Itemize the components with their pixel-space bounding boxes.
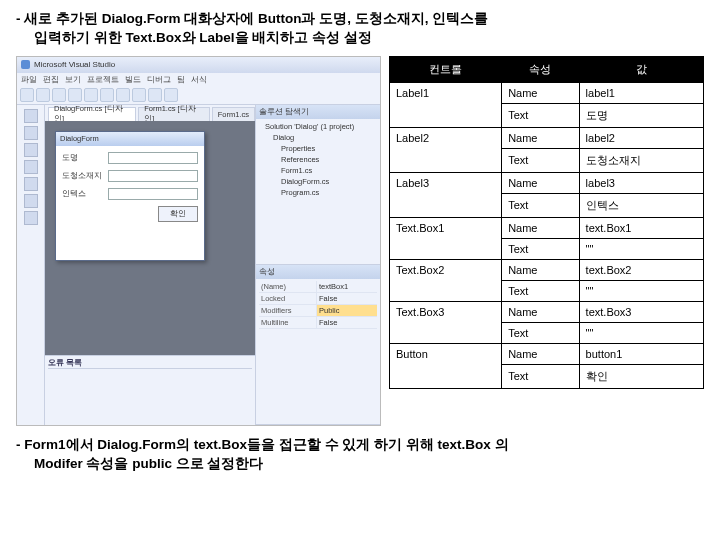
property-grid-row[interactable]: MultilineFalse bbox=[259, 317, 377, 329]
toolbar-button[interactable] bbox=[164, 88, 178, 102]
instruction-text: - 새로 추가된 Dialog.Form 대화상자에 Button과 도명, 도… bbox=[16, 10, 704, 48]
tree-project[interactable]: Dialog bbox=[259, 132, 377, 143]
tab-form1-design[interactable]: Form1.cs [디자인] bbox=[138, 107, 210, 121]
col-control: 컨트롤 bbox=[390, 56, 502, 82]
cell-property: Name bbox=[502, 343, 579, 364]
menu-file[interactable]: 파일 bbox=[21, 74, 37, 85]
tab-form1-code[interactable]: Form1.cs bbox=[212, 107, 255, 121]
menu-build[interactable]: 빌드 bbox=[125, 74, 141, 85]
cell-value: label2 bbox=[579, 127, 703, 148]
table-row: Label1Namelabel1 bbox=[390, 82, 704, 103]
tree-references[interactable]: References bbox=[259, 154, 377, 165]
cell-value: 도명 bbox=[579, 103, 703, 127]
bottom-line2: Modifer 속성을 public 으로 설정한다 bbox=[34, 456, 264, 471]
toolbar-button[interactable] bbox=[36, 88, 50, 102]
menu-view[interactable]: 보기 bbox=[65, 74, 81, 85]
vs-title: Microsoft Visual Studio bbox=[34, 60, 115, 69]
properties-title: 속성 bbox=[256, 265, 380, 279]
table-row: Text.Box3Nametext.Box3 bbox=[390, 301, 704, 322]
cell-control: Label2 bbox=[390, 127, 502, 172]
cell-value: 인텍스 bbox=[579, 193, 703, 217]
cell-property: Name bbox=[502, 82, 579, 103]
property-grid-row[interactable]: LockedFalse bbox=[259, 293, 377, 305]
cell-value: text.Box3 bbox=[579, 301, 703, 322]
tab-label: Form1.cs bbox=[218, 110, 249, 119]
cell-property: Text bbox=[502, 322, 579, 343]
cell-control: Label1 bbox=[390, 82, 502, 127]
toolbox-item-icon[interactable] bbox=[24, 194, 38, 208]
confirm-button[interactable]: 확인 bbox=[158, 206, 198, 222]
bottom-line1: - Form1에서 Dialog.Form의 text.Box들을 접근할 수 … bbox=[16, 437, 509, 452]
toolbar-button[interactable] bbox=[132, 88, 146, 102]
cell-property: Name bbox=[502, 259, 579, 280]
table-row: Label3Namelabel3 bbox=[390, 172, 704, 193]
menu-format[interactable]: 서식 bbox=[191, 74, 207, 85]
tree-solution[interactable]: Solution 'Dialog' (1 project) bbox=[259, 121, 377, 132]
cell-property: Name bbox=[502, 217, 579, 238]
menu-debug[interactable]: 디버그 bbox=[147, 74, 171, 85]
toolbar-button[interactable] bbox=[116, 88, 130, 102]
toolbox-item-icon[interactable] bbox=[24, 126, 38, 140]
cell-control: Text.Box1 bbox=[390, 217, 502, 259]
toolbox-item-icon[interactable] bbox=[24, 160, 38, 174]
vs-toolbar bbox=[17, 87, 380, 105]
vs-titlebar: Microsoft Visual Studio bbox=[17, 57, 380, 73]
solution-explorer-title: 솔루션 탐색기 bbox=[256, 105, 380, 119]
label3[interactable]: 인텍스 bbox=[62, 188, 104, 199]
cell-value: text.Box1 bbox=[579, 217, 703, 238]
property-grid-row[interactable]: ModifiersPublic bbox=[259, 305, 377, 317]
vs-menubar: 파일 편집 보기 프로젝트 빌드 디버그 팀 서식 bbox=[17, 73, 380, 87]
dialog-form-title: DialogForm bbox=[56, 132, 204, 146]
menu-project[interactable]: 프로젝트 bbox=[87, 74, 119, 85]
tree-properties[interactable]: Properties bbox=[259, 143, 377, 154]
toolbar-button[interactable] bbox=[68, 88, 82, 102]
cell-control: Text.Box3 bbox=[390, 301, 502, 343]
cell-value: button1 bbox=[579, 343, 703, 364]
col-value: 값 bbox=[579, 56, 703, 82]
properties-panel: 속성 (Name)textBox1LockedFalseModifiersPub… bbox=[256, 265, 380, 425]
toolbar-button[interactable] bbox=[20, 88, 34, 102]
cell-property: Text bbox=[502, 280, 579, 301]
property-grid-row[interactable]: (Name)textBox1 bbox=[259, 281, 377, 293]
textbox2[interactable] bbox=[108, 170, 198, 182]
label1[interactable]: 도명 bbox=[62, 152, 104, 163]
cell-value: "" bbox=[579, 322, 703, 343]
cell-value: label1 bbox=[579, 82, 703, 103]
toolbox-item-icon[interactable] bbox=[24, 143, 38, 157]
cell-value: text.Box2 bbox=[579, 259, 703, 280]
textbox3[interactable] bbox=[108, 188, 198, 200]
table-row: Text.Box2Nametext.Box2 bbox=[390, 259, 704, 280]
toolbox-item-icon[interactable] bbox=[24, 177, 38, 191]
prop-value[interactable]: False bbox=[317, 317, 377, 328]
cell-control: Label3 bbox=[390, 172, 502, 217]
cell-property: Text bbox=[502, 148, 579, 172]
toolbox-item-icon[interactable] bbox=[24, 211, 38, 225]
tree-form1[interactable]: Form1.cs bbox=[259, 165, 377, 176]
tab-dialogform-design[interactable]: DialogForm.cs [디자인] bbox=[48, 107, 136, 121]
prop-value[interactable]: Public bbox=[317, 305, 377, 316]
desc-line2: 입력하기 위한 Text.Box와 Label을 배치하고 속성 설정 bbox=[34, 30, 372, 45]
textbox1[interactable] bbox=[108, 152, 198, 164]
menu-edit[interactable]: 편집 bbox=[43, 74, 59, 85]
cell-property: Name bbox=[502, 127, 579, 148]
tree-dialogform[interactable]: DialogForm.cs bbox=[259, 176, 377, 187]
cell-property: Text bbox=[502, 103, 579, 127]
designer-surface[interactable]: DialogForm 도명 도청소재지 인텍스 bbox=[45, 121, 255, 355]
toolbox-item-icon[interactable] bbox=[24, 109, 38, 123]
prop-name: Locked bbox=[259, 293, 317, 304]
toolbar-button[interactable] bbox=[100, 88, 114, 102]
label2[interactable]: 도청소재지 bbox=[62, 170, 104, 181]
toolbar-button[interactable] bbox=[148, 88, 162, 102]
dialog-form-window[interactable]: DialogForm 도명 도청소재지 인텍스 bbox=[55, 131, 205, 261]
tree-program[interactable]: Program.cs bbox=[259, 187, 377, 198]
menu-team[interactable]: 팀 bbox=[177, 74, 185, 85]
prop-value[interactable]: textBox1 bbox=[317, 281, 377, 292]
cell-property: Text bbox=[502, 193, 579, 217]
cell-property: Name bbox=[502, 301, 579, 322]
vs-toolbox bbox=[17, 105, 45, 425]
toolbar-button[interactable] bbox=[84, 88, 98, 102]
table-row: ButtonNamebutton1 bbox=[390, 343, 704, 364]
prop-value[interactable]: False bbox=[317, 293, 377, 304]
toolbar-button[interactable] bbox=[52, 88, 66, 102]
cell-property: Name bbox=[502, 172, 579, 193]
